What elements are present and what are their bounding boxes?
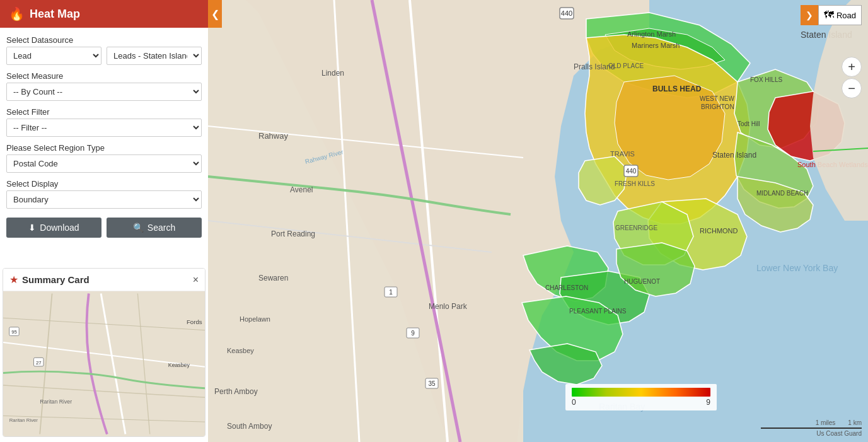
svg-text:MIDLAND BEACH: MIDLAND BEACH <box>756 190 808 197</box>
svg-text:440: 440 <box>561 9 572 17</box>
scale-km: 1 km <box>848 419 862 426</box>
svg-text:Todt Hill: Todt Hill <box>738 120 760 127</box>
svg-text:9: 9 <box>411 330 415 337</box>
datasource-selects: Lead Leads - Staten Island <box>6 47 202 65</box>
zoom-in-button[interactable]: + <box>842 57 862 77</box>
filter-select[interactable]: -- Filter -- <box>6 119 202 137</box>
svg-text:GREENRIDGE: GREENRIDGE <box>615 224 658 231</box>
dataset-select[interactable]: Leads - Staten Island <box>107 47 202 65</box>
search-icon: 🔍 <box>133 223 144 233</box>
svg-text:RICHMOND: RICHMOND <box>700 227 738 235</box>
sidebar: 🔥 Heat Map Select Datasource Lead Leads … <box>0 0 208 442</box>
filter-group: Select Filter -- Filter -- <box>6 107 202 137</box>
legend-max: 9 <box>706 398 710 407</box>
summary-card-map: 27 95 Fords Keasbey Raritan River Rarita… <box>3 291 205 436</box>
measure-label: Select Measure <box>6 71 202 81</box>
svg-text:1: 1 <box>389 289 393 296</box>
display-group: Select Display Boundary <box>6 179 202 209</box>
sidebar-title: Heat Map <box>30 8 80 21</box>
download-label: Download <box>40 223 79 233</box>
search-label: Search <box>148 223 175 233</box>
map-svg: 1 9 35 Rahway Avenel Port Reading Seware… <box>208 0 868 442</box>
road-label-button[interactable]: 🗺 Road <box>818 5 862 25</box>
legend-labels: 0 9 <box>572 398 710 407</box>
display-select[interactable]: Boundary <box>6 190 202 209</box>
region-group: Please Select Region Type Postal Code <box>6 143 202 173</box>
svg-text:Port Reading: Port Reading <box>271 230 315 238</box>
svg-text:FOX HILLS: FOX HILLS <box>750 76 782 83</box>
svg-text:Menlo Park: Menlo Park <box>429 302 468 311</box>
svg-text:Pralls Island: Pralls Island <box>574 62 615 71</box>
road-label: Road <box>836 11 856 20</box>
scale-labels: 1 miles 1 km <box>761 419 862 426</box>
legend-color-bar <box>572 388 710 397</box>
display-label: Select Display <box>6 179 202 189</box>
svg-text:South Amboy: South Amboy <box>227 422 272 431</box>
datasource-group: Select Datasource Lead Leads - Staten Is… <box>6 35 202 65</box>
svg-text:Fords: Fords <box>187 318 202 325</box>
svg-text:Raritan River: Raritan River <box>9 417 38 423</box>
svg-text:Rahway: Rahway <box>258 131 288 141</box>
svg-text:Perth Amboy: Perth Amboy <box>214 387 258 396</box>
scale-miles: 1 miles <box>816 419 836 426</box>
svg-text:HUGUENOT: HUGUENOT <box>624 278 660 285</box>
svg-text:PLEASANT PLAINS: PLEASANT PLAINS <box>569 308 627 315</box>
svg-text:FRESH KILLS: FRESH KILLS <box>615 180 655 187</box>
chevron-right-icon: ❯ <box>806 10 813 20</box>
legend: 0 9 <box>565 384 717 410</box>
sidebar-header: 🔥 Heat Map <box>0 0 208 28</box>
svg-text:Arlington Marsh: Arlington Marsh <box>627 30 676 38</box>
svg-text:WEST NEW: WEST NEW <box>700 95 734 102</box>
measure-select[interactable]: -- By Count -- <box>6 83 202 101</box>
map-container[interactable]: 1 9 35 Rahway Avenel Port Reading Seware… <box>208 0 868 442</box>
chevron-left-icon: ❮ <box>211 8 219 20</box>
zoom-out-button[interactable]: − <box>842 78 862 98</box>
svg-text:CHARLESTON: CHARLESTON <box>545 284 588 291</box>
mini-map-svg: 27 95 Fords Keasbey Raritan River Rarita… <box>3 291 205 436</box>
region-select[interactable]: Postal Code <box>6 154 202 173</box>
summary-card-header-left: ★ Summary Card <box>9 274 90 286</box>
datasource-select[interactable]: Lead <box>6 47 101 65</box>
svg-text:Lower New York Bay: Lower New York Bay <box>756 263 838 273</box>
svg-text:95: 95 <box>11 329 17 335</box>
summary-card-close-button[interactable]: × <box>193 275 199 285</box>
svg-text:27: 27 <box>36 360 42 366</box>
road-button-group: ❯ 🗺 Road <box>801 5 862 25</box>
star-icon: ★ <box>9 274 18 286</box>
region-label: Please Select Region Type <box>6 143 202 153</box>
zoom-controls: + − <box>842 57 862 98</box>
download-button[interactable]: ⬇ Download <box>6 218 101 238</box>
sidebar-body: Select Datasource Lead Leads - Staten Is… <box>0 28 208 268</box>
svg-text:Staten Island: Staten Island <box>712 151 756 160</box>
map-icon: 🗺 <box>824 9 834 21</box>
sidebar-toggle-button[interactable]: ❮ <box>208 0 222 28</box>
flame-icon: 🔥 <box>9 6 25 21</box>
measure-group: Select Measure -- By Count -- <box>6 71 202 101</box>
svg-text:Avenel: Avenel <box>290 185 313 194</box>
svg-text:TRAVIS: TRAVIS <box>610 150 635 158</box>
filter-label: Select Filter <box>6 107 202 117</box>
svg-text:Raritan River: Raritan River <box>40 398 72 405</box>
summary-card-title: Summary Card <box>22 274 90 285</box>
legend-min: 0 <box>572 398 576 407</box>
svg-text:Keasbey: Keasbey <box>227 347 254 354</box>
svg-text:BULLS HEAD: BULLS HEAD <box>652 84 702 93</box>
search-button[interactable]: 🔍 Search <box>107 218 202 238</box>
svg-text:Sewaren: Sewaren <box>258 274 288 282</box>
datasource-label: Select Datasource <box>6 35 202 45</box>
attribution: 1 miles 1 km Us Coast Guard <box>761 419 862 437</box>
svg-text:BRIGHTON: BRIGHTON <box>701 103 734 110</box>
svg-text:Mariners Marsh: Mariners Marsh <box>632 42 680 49</box>
road-arrow-button[interactable]: ❯ <box>801 5 818 25</box>
svg-text:35: 35 <box>428 380 436 387</box>
svg-text:Keasbey: Keasbey <box>168 362 190 368</box>
download-icon: ⬇ <box>28 223 36 233</box>
action-buttons: ⬇ Download 🔍 Search <box>6 218 202 238</box>
svg-text:Linden: Linden <box>321 69 344 78</box>
attribution-text: Us Coast Guard <box>761 430 862 437</box>
summary-card-header: ★ Summary Card × <box>3 269 205 291</box>
svg-text:440: 440 <box>626 168 637 175</box>
summary-card: ★ Summary Card × 27 95 <box>3 268 205 437</box>
svg-text:Hopelawn: Hopelawn <box>240 315 270 323</box>
